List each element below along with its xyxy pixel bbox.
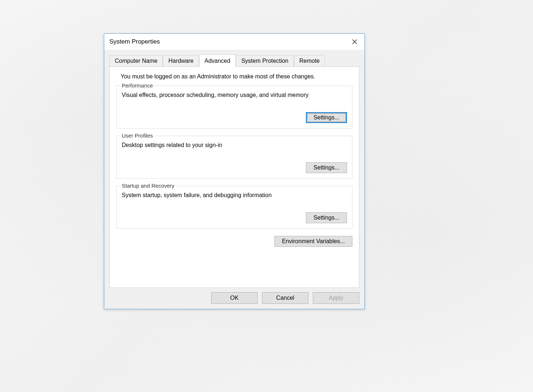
legend-performance: Performance bbox=[120, 82, 154, 89]
fieldset-user-profiles: User Profiles Desktop settings related t… bbox=[116, 136, 352, 179]
admin-note: You must be logged on as an Administrato… bbox=[121, 73, 352, 80]
titlebar[interactable]: System Properties bbox=[104, 34, 364, 50]
ok-button[interactable]: OK bbox=[211, 292, 258, 304]
environment-variables-button[interactable]: Environment Variables... bbox=[274, 236, 352, 247]
close-icon bbox=[352, 39, 357, 44]
tab-content-advanced: You must be logged on as an Administrato… bbox=[109, 66, 359, 288]
desc-startup-recovery: System startup, system failure, and debu… bbox=[122, 192, 347, 199]
system-properties-dialog: System Properties Computer Name Hardware… bbox=[104, 33, 365, 309]
tab-system-protection[interactable]: System Protection bbox=[236, 55, 294, 67]
tabs-row: Computer Name Hardware Advanced System P… bbox=[104, 50, 364, 66]
startup-recovery-settings-button[interactable]: Settings... bbox=[306, 212, 347, 223]
fieldset-startup-recovery: Startup and Recovery System startup, sys… bbox=[116, 186, 352, 229]
tab-hardware[interactable]: Hardware bbox=[163, 55, 199, 67]
legend-startup-recovery: Startup and Recovery bbox=[120, 183, 176, 189]
user-profiles-settings-button[interactable]: Settings... bbox=[306, 162, 347, 173]
apply-button[interactable]: Apply bbox=[313, 292, 359, 304]
fieldset-performance: Performance Visual effects, processor sc… bbox=[116, 86, 352, 128]
dialog-button-row: OK Cancel Apply bbox=[211, 292, 359, 304]
performance-settings-button[interactable]: Settings... bbox=[306, 112, 347, 123]
cancel-button[interactable]: Cancel bbox=[262, 292, 308, 304]
tab-remote[interactable]: Remote bbox=[294, 55, 325, 67]
desc-performance: Visual effects, processor scheduling, me… bbox=[122, 92, 347, 98]
tab-advanced[interactable]: Advanced bbox=[199, 54, 236, 67]
dialog-title: System Properties bbox=[109, 38, 160, 45]
tab-computer-name[interactable]: Computer Name bbox=[109, 55, 163, 67]
legend-user-profiles: User Profiles bbox=[120, 132, 154, 139]
close-button[interactable] bbox=[348, 36, 362, 47]
desc-user-profiles: Desktop settings related to your sign-in bbox=[122, 142, 347, 148]
